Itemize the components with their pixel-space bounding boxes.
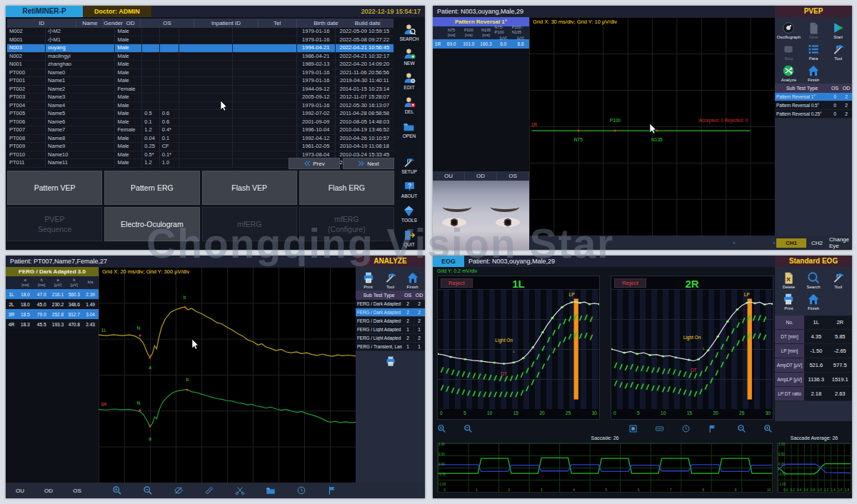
test-button[interactable]: Pattern VEP [7,171,102,205]
sub-test-row[interactable]: FERG / Dark Adapted 3.0 2 2 [356,308,425,317]
table-row[interactable]: PT008 Name8 Male 0.04 0.1 1992-04-12 201… [7,135,394,143]
para-button[interactable]: Para [801,43,826,61]
zoom-out-icon[interactable] [143,485,153,495]
analyze-button[interactable]: Analyze [776,64,801,82]
setup-button[interactable]: SETUP [401,156,417,174]
test-button[interactable]: mfERG (Configure) [299,207,394,241]
quit-button[interactable]: QUIT [404,229,416,247]
change-eye-button[interactable]: Change Eye [829,236,849,249]
table-row[interactable]: PT007 Name7 Female 1.2 0.4* 1996-10-04 2… [7,126,394,135]
flag-icon[interactable] [327,485,337,495]
print-button[interactable]: Print [776,293,801,311]
next-button[interactable]: Next [343,158,394,169]
ruler-icon[interactable] [204,485,214,495]
test-button[interactable]: Flash VEP [202,171,297,205]
eye-tab-ou[interactable]: OU [6,488,34,494]
ferg-plot[interactable]: Grid X: 20 ms/div; Grid Y: 300 μV/div 1L… [99,267,356,483]
zoom-in-icon[interactable] [763,424,773,433]
saccade-chart[interactable]: 1.000.500.00-0.50-1.00 012345678910 [437,443,773,493]
finish-button[interactable]: Finish [801,64,826,82]
sub-test-row[interactable]: FERG / Light Adapted 3.0 1 1 [356,326,425,334]
table-row[interactable]: PT009 Name9 Male 0.25 CF 1961-02-05 2010… [7,143,394,151]
column-header[interactable]: Birth date [297,19,355,28]
table-row[interactable]: PT006 Name6 Male 0.1 0.6 2001-09-09 2010… [7,119,394,127]
table-row[interactable]: PT001 Name1 Male 1979-01-16 2019-04-30 1… [7,77,394,86]
delete-patient-button[interactable]: DEL [404,96,416,114]
column-header[interactable]: Gender [104,19,121,28]
zoom-out-icon[interactable] [463,424,473,433]
search-button[interactable]: Search [801,271,826,289]
eog-tab[interactable]: EOG [433,256,464,267]
eog-chart-2R[interactable]: Reject 2R DTLight On↓LP 051015202530 [611,276,773,420]
pvep-plot[interactable]: Grid X: 30 ms/div; Grid Y: 10 μV/div 1RN… [529,17,775,236]
zoom-in-icon[interactable] [437,424,446,433]
column-header[interactable]: Build date [355,19,381,28]
test-button[interactable]: Flash ERG [299,171,394,205]
eye-tab-od[interactable]: OD [34,488,63,494]
test-button[interactable]: mfERG [202,207,297,241]
sub-test-row[interactable]: FERG / Dark Adapted 0.01 2 2 [356,300,425,308]
test-button[interactable]: Pattern ERG [104,171,199,205]
table-row[interactable]: N002 maolingyi Male 1986-04-21 2022-04-2… [7,53,394,61]
table-row[interactable]: N003 ouyang Male 1994-04-21 2022-04-21 1… [7,44,394,53]
table-row[interactable]: PT004 Name4 Male 1979-01-16 2012-05-30 1… [7,102,394,111]
eye-tab[interactable]: OS [497,171,529,181]
column-header[interactable]: Name [76,19,104,28]
result-row[interactable]: 4R 18.3 45.5 193.3 470.8 2.43 [6,319,99,329]
column-header[interactable]: ID [7,19,76,28]
eye-tab[interactable]: OU [433,171,465,181]
print-button[interactable]: Print [357,271,379,289]
sub-test-row[interactable]: Pattern Reversal 0.25° 0 2 [775,110,852,119]
new-patient-button[interactable]: NEW [404,48,416,66]
delete-button[interactable]: Delete [776,271,801,289]
about-button[interactable]: ABOUT [401,181,417,198]
sub-test-row[interactable]: FERG / Dark Adapted OPs 2 2 [356,317,425,326]
table-row[interactable]: PT000 Name0 Male 1979-01-16 2021-11-06 2… [7,69,394,78]
open-patient-button[interactable]: OPEN [403,121,416,138]
column-header[interactable]: OS [141,19,195,28]
app-title-tab[interactable]: RetiMINER-P [6,6,83,17]
finish-button[interactable]: Finish [801,293,826,311]
reject-button[interactable]: Reject [614,278,646,288]
eye-tab-os[interactable]: OS [63,488,91,494]
select-region-icon[interactable] [628,424,638,433]
flag-icon[interactable] [708,424,717,433]
table-row[interactable]: N001 zhanghao Male 1989-02-13 2022-04-20… [7,61,394,69]
zoom-out-icon[interactable] [733,238,736,248]
result-row[interactable]: 1L 18.0 47.0 216.1 560.3 2.39 [6,289,99,299]
result-row[interactable]: 2L 18.0 45.0 230.2 348.6 1.49 [6,299,99,309]
column-header[interactable]: Inpatient ID [194,19,258,28]
table-row[interactable]: M001 小M1 Male 1979-01-16 2022-05-08 09:2… [7,36,394,45]
result-row[interactable]: 3R 18.5 79.0 252.8 812.7 3.04 [6,309,99,319]
sub-test-row[interactable]: FERG / Light Adapted 30 Hz ... 2 2 [356,334,425,343]
tool-button[interactable]: Tool [826,271,851,289]
zoom-in-icon[interactable] [112,485,122,495]
clock-icon[interactable] [681,424,691,433]
table-row[interactable]: PT002 Name2 Female 1944-09-12 2014-01-15… [7,86,394,94]
prev-button[interactable]: Prev [289,158,340,169]
reject-button[interactable]: Reject [441,278,473,288]
test-button[interactable]: Electro-Oculogram [104,207,199,241]
result-row[interactable]: 1R 69.0 101.0 160.3 6.0 8.8 [433,39,529,49]
table-row[interactable]: M002 小M2 Male 1979-01-16 2022-05-09 10:5… [7,28,394,36]
edit-patient-button[interactable]: EDIT [404,72,416,90]
channel-2-button[interactable]: CH2 [811,240,823,246]
oscillograph-button[interactable]: Oscillograph [776,21,801,39]
clock-icon[interactable] [296,485,306,495]
search-patient-button[interactable]: SEARCH [399,24,419,41]
hide-trace-icon[interactable] [174,485,184,495]
test-button[interactable]: PVEP Sequence [7,207,102,241]
tool-button[interactable]: Tool [379,271,401,289]
zoom-out-icon[interactable] [737,424,746,433]
tool-button[interactable]: Tool [826,43,851,61]
scissors-icon[interactable] [235,485,245,495]
saccade-average-chart[interactable]: 1.000.500.00-0.50-1.00 0.00.20.40.60.81.… [777,443,851,493]
start-button[interactable]: Start [826,21,851,39]
printer-small-icon[interactable] [385,356,396,367]
eye-tab[interactable]: OD [465,171,497,181]
led-panel-icon[interactable] [655,424,664,433]
sub-test-row[interactable]: PERG / Transient, Large Field 1 1 [356,343,425,351]
channel-1-button[interactable]: CH1 [776,238,806,248]
finish-button[interactable]: Finish [401,271,424,289]
column-header[interactable]: OD [121,19,141,28]
